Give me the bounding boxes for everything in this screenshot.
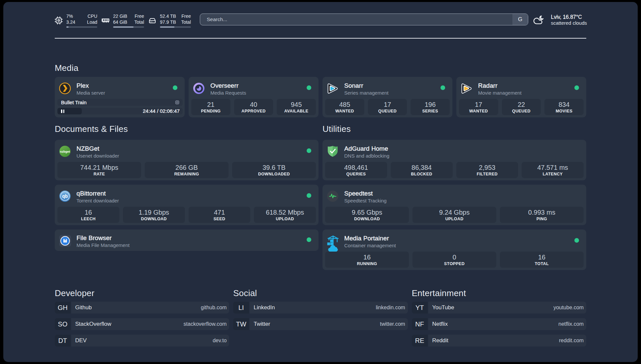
radarr-icon	[461, 82, 473, 94]
service-card-qbittorrent[interactable]: qb qBittorrent Torrent downloader 16 LEE…	[55, 185, 319, 225]
service-card-adguard[interactable]: AdGuard Home DNS and adblocking 498,461 …	[322, 140, 586, 180]
status-dot	[574, 238, 579, 243]
top-bar: 7%CPU 3.24Load 22 GiBFree 64 GiBTotal	[55, 13, 586, 28]
weather-condition: scattered clouds	[551, 20, 587, 26]
stat-box: 21 PENDING	[191, 99, 230, 115]
search-input[interactable]	[200, 14, 512, 25]
now-playing-row[interactable]: Bullet Train	[57, 99, 183, 106]
status-dot	[307, 193, 311, 198]
stat-value: 39.6 TB	[232, 164, 316, 171]
status-dot	[173, 85, 177, 90]
playback-time: 24:44 / 02:06:47	[143, 108, 180, 114]
service-subtitle: Series management	[344, 90, 388, 96]
stat-value: 47.571 ms	[522, 164, 584, 171]
service-card-overseerr[interactable]: Overseerr Media Requests 21 PENDING 40 A…	[189, 77, 319, 117]
service-subtitle: Media server	[76, 90, 105, 96]
section-title-media: Media	[55, 63, 586, 73]
bookmark-youtube[interactable]: YT YouTubeyoutube.com	[412, 302, 586, 314]
status-dot	[307, 148, 311, 153]
disk-progress-fill	[160, 26, 174, 28]
stat-label: MOVIES	[544, 108, 584, 114]
stat-box: 945 AVAILABLE	[277, 99, 316, 115]
stat-value: 17	[368, 101, 407, 108]
weather-widget[interactable]: Lviv, 16.87°C scattered clouds	[534, 14, 587, 26]
stat-box: 618.52 Mbps UPLOAD	[254, 207, 316, 223]
stat-value: 498,461	[325, 164, 387, 171]
bookmark-netflix[interactable]: NF Netflixnetflix.com	[412, 318, 586, 330]
stat-label: PENDING	[191, 108, 230, 114]
cpu-usage-value: 7%	[66, 13, 73, 19]
stat-label: DOWNLOAD	[325, 216, 409, 222]
section-title-documents: Documents & Files	[55, 124, 319, 134]
stat-value: 9.24 Gbps	[412, 208, 496, 216]
cpu-usage-label: CPU	[87, 13, 97, 19]
bookmark-url: youtube.com	[553, 305, 584, 311]
cpu-progress-fill	[66, 26, 69, 28]
stat-value: 16	[500, 253, 584, 261]
service-title: Overseerr	[210, 82, 246, 89]
service-card-radarr[interactable]: Radarr Movie management 17 WANTED 22 QUE…	[456, 77, 586, 117]
bookmark-url: twitter.com	[380, 321, 405, 327]
overseerr-icon	[193, 82, 205, 94]
stat-label: TOTAL	[500, 261, 584, 266]
playback-progress-bar[interactable]: 24:44 / 02:06:47	[57, 108, 183, 114]
pause-icon[interactable]	[61, 109, 64, 113]
stat-value: 0	[412, 253, 496, 261]
disk-progress-track	[160, 26, 191, 28]
service-title: AdGuard Home	[344, 145, 389, 152]
bookmark-github[interactable]: GH Githubgithub.com	[55, 302, 229, 314]
bookmark-column-entertainment: YT YouTubeyoutube.com NF Netflixnetflix.…	[412, 302, 586, 347]
bookmark-abbr: SO	[55, 318, 71, 330]
disk-total-label: Total	[181, 19, 191, 25]
search-provider-button[interactable]: G	[512, 14, 528, 25]
stat-label: QUEUED	[502, 108, 541, 114]
bookmark-stackoverflow[interactable]: SO StackOverflowstackoverflow.com	[55, 318, 229, 330]
bookmark-twitter[interactable]: TW Twittertwitter.com	[233, 318, 408, 330]
search-bar: G	[200, 14, 528, 25]
stat-box: 0 STOPPED	[412, 252, 496, 268]
bookmark-column-social: LI LinkedInlinkedin.com TW Twittertwitte…	[233, 302, 408, 330]
service-card-nzbget[interactable]: nzbget NZBGet Usenet downloader 744.21 M…	[55, 140, 319, 180]
stat-value: 17	[459, 101, 498, 108]
svg-text:nzbget: nzbget	[60, 150, 70, 153]
disk-free-label: Free	[181, 13, 191, 19]
bookmark-url: stackoverflow.com	[184, 321, 227, 327]
service-subtitle: Media File Management	[76, 242, 130, 248]
service-card-filebrowser[interactable]: File Browser Media File Management	[55, 229, 319, 251]
service-title: Plex	[76, 82, 105, 89]
service-card-speedtest[interactable]: Speedtest Speedtest Tracking 9.65 Gbps D…	[322, 185, 586, 225]
stat-label: FILTERED	[456, 171, 518, 177]
stat-value: 16	[57, 208, 119, 216]
weather-headline: Lviv, 16.87°C	[551, 14, 587, 20]
bookmark-linkedin[interactable]: LI LinkedInlinkedin.com	[233, 302, 408, 314]
stat-box: 834 MOVIES	[544, 99, 584, 115]
memory-total-value: 64 GiB	[113, 19, 127, 25]
sonarr-icon	[327, 82, 339, 94]
memory-progress-fill	[113, 26, 134, 28]
stat-box: 9.65 Gbps DOWNLOAD	[325, 207, 409, 223]
documents-column: nzbget NZBGet Usenet downloader 744.21 M…	[55, 140, 319, 251]
bookmark-url: reddit.com	[559, 338, 584, 344]
cpu-icon	[55, 16, 63, 24]
service-card-portainer[interactable]: Media Portainer Container management 16 …	[322, 229, 586, 270]
memory-free-value: 22 GiB	[113, 13, 127, 19]
service-title: File Browser	[76, 234, 130, 242]
cpu-load-label: Load	[87, 19, 97, 25]
bookmark-reddit[interactable]: RE Redditreddit.com	[412, 335, 586, 347]
service-subtitle: Usenet downloader	[76, 153, 119, 159]
service-subtitle: Speedtest Tracking	[344, 197, 386, 204]
section-title-utilities: Utilities	[322, 124, 586, 134]
stat-label: LEECH	[57, 216, 119, 222]
service-card-sonarr[interactable]: Sonarr Series management 485 WANTED 17 Q…	[322, 77, 452, 117]
stat-value: 1.19 Gbps	[123, 208, 185, 216]
bookmark-dev[interactable]: DT DEVdev.to	[55, 335, 229, 347]
service-subtitle: Torrent downloader	[76, 197, 119, 204]
service-subtitle: Media Requests	[210, 90, 246, 96]
bookmark-name: Reddit	[432, 337, 448, 344]
service-card-plex[interactable]: Plex Media server Bullet Train	[55, 77, 185, 117]
bookmark-abbr: LI	[233, 302, 249, 314]
bookmark-name: Github	[75, 304, 92, 311]
stat-label: STOPPED	[412, 261, 496, 266]
stat-label: UPLOAD	[254, 216, 316, 222]
memory-widget: 22 GiBFree 64 GiBTotal	[102, 13, 144, 28]
